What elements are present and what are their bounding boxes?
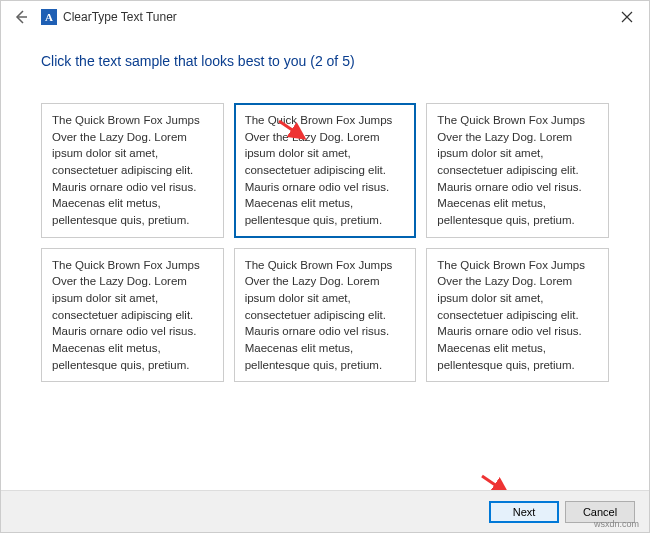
close-button[interactable]	[615, 7, 639, 27]
app-icon: A	[41, 9, 57, 25]
text-sample-6[interactable]: The Quick Brown Fox Jumps Over the Lazy …	[426, 248, 609, 383]
page-heading: Click the text sample that looks best to…	[41, 53, 609, 69]
content-area: Click the text sample that looks best to…	[1, 33, 649, 382]
next-button[interactable]: Next	[489, 501, 559, 523]
text-sample-1[interactable]: The Quick Brown Fox Jumps Over the Lazy …	[41, 103, 224, 238]
text-sample-4[interactable]: The Quick Brown Fox Jumps Over the Lazy …	[41, 248, 224, 383]
footer-bar: Next Cancel	[1, 490, 649, 532]
close-icon	[621, 11, 633, 23]
back-arrow-icon	[13, 9, 29, 25]
window-title: ClearType Text Tuner	[63, 10, 177, 24]
sample-grid: The Quick Brown Fox Jumps Over the Lazy …	[41, 103, 609, 382]
text-sample-2[interactable]: The Quick Brown Fox Jumps Over the Lazy …	[234, 103, 417, 238]
watermark-label: wsxdn.com	[594, 519, 639, 529]
titlebar: A ClearType Text Tuner	[1, 1, 649, 33]
text-sample-3[interactable]: The Quick Brown Fox Jumps Over the Lazy …	[426, 103, 609, 238]
back-button[interactable]	[9, 5, 33, 29]
text-sample-5[interactable]: The Quick Brown Fox Jumps Over the Lazy …	[234, 248, 417, 383]
